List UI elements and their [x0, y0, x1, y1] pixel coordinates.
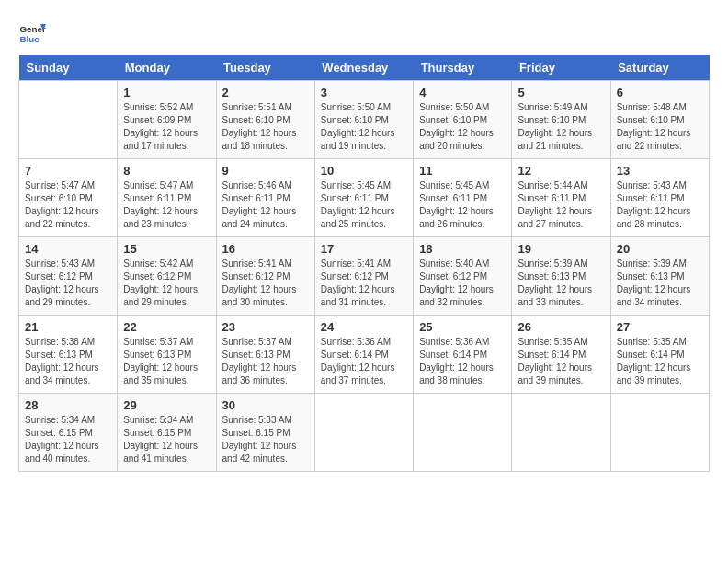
- calendar-cell: 7Sunrise: 5:47 AMSunset: 6:10 PMDaylight…: [19, 159, 118, 237]
- day-number: 28: [25, 398, 111, 412]
- day-info: Sunrise: 5:33 AMSunset: 6:15 PMDaylight:…: [222, 414, 309, 465]
- calendar-cell: 1Sunrise: 5:52 AMSunset: 6:09 PMDaylight…: [118, 81, 216, 159]
- day-number: 26: [518, 320, 604, 334]
- calendar-cell: [314, 394, 413, 472]
- day-info: Sunrise: 5:43 AMSunset: 6:12 PMDaylight:…: [25, 258, 111, 309]
- day-number: 23: [222, 320, 309, 334]
- calendar-cell: 3Sunrise: 5:50 AMSunset: 6:10 PMDaylight…: [314, 81, 413, 159]
- week-row-2: 7Sunrise: 5:47 AMSunset: 6:10 PMDaylight…: [19, 159, 710, 237]
- calendar-cell: [512, 394, 610, 472]
- day-number: 19: [518, 242, 604, 256]
- calendar-cell: 21Sunrise: 5:38 AMSunset: 6:13 PMDayligh…: [19, 316, 118, 394]
- day-info: Sunrise: 5:34 AMSunset: 6:15 PMDaylight:…: [25, 414, 111, 465]
- logo-icon: General Blue: [18, 18, 46, 46]
- day-info: Sunrise: 5:45 AMSunset: 6:11 PMDaylight:…: [419, 179, 506, 231]
- weekday-header-row: SundayMondayTuesdayWednesdayThursdayFrid…: [19, 55, 710, 81]
- calendar-cell: 4Sunrise: 5:50 AMSunset: 6:10 PMDaylight…: [414, 81, 512, 159]
- day-number: 10: [321, 164, 407, 178]
- day-info: Sunrise: 5:41 AMSunset: 6:12 PMDaylight:…: [222, 258, 309, 309]
- week-row-1: 1Sunrise: 5:52 AMSunset: 6:09 PMDaylight…: [19, 81, 710, 159]
- weekday-header-thursday: Thursday: [414, 55, 512, 81]
- day-number: 21: [25, 320, 111, 334]
- day-info: Sunrise: 5:39 AMSunset: 6:13 PMDaylight:…: [617, 258, 703, 309]
- calendar-cell: 29Sunrise: 5:34 AMSunset: 6:15 PMDayligh…: [118, 394, 216, 472]
- week-row-3: 14Sunrise: 5:43 AMSunset: 6:12 PMDayligh…: [19, 237, 710, 316]
- calendar-cell: 10Sunrise: 5:45 AMSunset: 6:11 PMDayligh…: [314, 159, 413, 237]
- svg-text:Blue: Blue: [20, 34, 40, 44]
- calendar-cell: 18Sunrise: 5:40 AMSunset: 6:12 PMDayligh…: [414, 237, 512, 316]
- day-number: 13: [617, 164, 703, 178]
- day-info: Sunrise: 5:35 AMSunset: 6:14 PMDaylight:…: [617, 336, 703, 387]
- weekday-header-saturday: Saturday: [610, 55, 709, 81]
- calendar-cell: 16Sunrise: 5:41 AMSunset: 6:12 PMDayligh…: [216, 237, 314, 316]
- day-info: Sunrise: 5:37 AMSunset: 6:13 PMDaylight:…: [123, 336, 210, 387]
- calendar-cell: 15Sunrise: 5:42 AMSunset: 6:12 PMDayligh…: [118, 237, 216, 316]
- calendar-cell: 8Sunrise: 5:47 AMSunset: 6:11 PMDaylight…: [118, 159, 216, 237]
- day-info: Sunrise: 5:34 AMSunset: 6:15 PMDaylight:…: [123, 414, 210, 465]
- calendar-cell: 30Sunrise: 5:33 AMSunset: 6:15 PMDayligh…: [216, 394, 314, 472]
- calendar-cell: 6Sunrise: 5:48 AMSunset: 6:10 PMDaylight…: [610, 81, 709, 159]
- weekday-header-friday: Friday: [512, 55, 610, 81]
- day-number: 4: [419, 86, 506, 99]
- day-number: 24: [321, 320, 407, 334]
- day-number: 1: [123, 86, 210, 99]
- calendar-cell: 14Sunrise: 5:43 AMSunset: 6:12 PMDayligh…: [19, 237, 118, 316]
- day-info: Sunrise: 5:41 AMSunset: 6:12 PMDaylight:…: [321, 258, 407, 309]
- day-number: 25: [419, 320, 506, 334]
- day-number: 16: [222, 242, 309, 256]
- calendar-cell: 12Sunrise: 5:44 AMSunset: 6:11 PMDayligh…: [512, 159, 610, 237]
- calendar-cell: 19Sunrise: 5:39 AMSunset: 6:13 PMDayligh…: [512, 237, 610, 316]
- day-number: 6: [617, 86, 703, 99]
- calendar-cell: 2Sunrise: 5:51 AMSunset: 6:10 PMDaylight…: [216, 81, 314, 159]
- calendar-cell: 5Sunrise: 5:49 AMSunset: 6:10 PMDaylight…: [512, 81, 610, 159]
- day-info: Sunrise: 5:36 AMSunset: 6:14 PMDaylight:…: [321, 336, 407, 387]
- calendar-cell: 22Sunrise: 5:37 AMSunset: 6:13 PMDayligh…: [118, 316, 216, 394]
- day-info: Sunrise: 5:50 AMSunset: 6:10 PMDaylight:…: [419, 101, 506, 153]
- day-number: 27: [617, 320, 703, 334]
- calendar-cell: 26Sunrise: 5:35 AMSunset: 6:14 PMDayligh…: [512, 316, 610, 394]
- calendar-cell: 17Sunrise: 5:41 AMSunset: 6:12 PMDayligh…: [314, 237, 413, 316]
- day-number: 18: [419, 242, 506, 256]
- day-info: Sunrise: 5:46 AMSunset: 6:11 PMDaylight:…: [222, 179, 309, 231]
- day-number: 3: [321, 86, 407, 99]
- weekday-header-wednesday: Wednesday: [314, 55, 413, 81]
- day-info: Sunrise: 5:48 AMSunset: 6:10 PMDaylight:…: [617, 101, 703, 153]
- calendar-cell: [414, 394, 512, 472]
- calendar-cell: 11Sunrise: 5:45 AMSunset: 6:11 PMDayligh…: [414, 159, 512, 237]
- calendar-cell: [610, 394, 709, 472]
- day-info: Sunrise: 5:40 AMSunset: 6:12 PMDaylight:…: [419, 258, 506, 309]
- day-number: 5: [518, 86, 604, 99]
- calendar-cell: [19, 81, 118, 159]
- day-info: Sunrise: 5:47 AMSunset: 6:10 PMDaylight:…: [25, 179, 111, 231]
- day-info: Sunrise: 5:39 AMSunset: 6:13 PMDaylight:…: [518, 258, 604, 309]
- day-info: Sunrise: 5:35 AMSunset: 6:14 PMDaylight:…: [518, 336, 604, 387]
- day-info: Sunrise: 5:51 AMSunset: 6:10 PMDaylight:…: [222, 101, 309, 153]
- day-info: Sunrise: 5:37 AMSunset: 6:13 PMDaylight:…: [222, 336, 309, 387]
- calendar-cell: 9Sunrise: 5:46 AMSunset: 6:11 PMDaylight…: [216, 159, 314, 237]
- weekday-header-sunday: Sunday: [19, 55, 118, 81]
- day-number: 22: [123, 320, 210, 334]
- week-row-4: 21Sunrise: 5:38 AMSunset: 6:13 PMDayligh…: [19, 316, 710, 394]
- day-info: Sunrise: 5:42 AMSunset: 6:12 PMDaylight:…: [123, 258, 210, 309]
- day-number: 7: [25, 164, 111, 178]
- day-number: 29: [123, 398, 210, 412]
- day-number: 17: [321, 242, 407, 256]
- calendar-cell: 24Sunrise: 5:36 AMSunset: 6:14 PMDayligh…: [314, 316, 413, 394]
- day-number: 30: [222, 398, 309, 412]
- calendar-cell: 28Sunrise: 5:34 AMSunset: 6:15 PMDayligh…: [19, 394, 118, 472]
- calendar-table: SundayMondayTuesdayWednesdayThursdayFrid…: [18, 55, 710, 472]
- day-number: 8: [123, 164, 210, 178]
- calendar-cell: 20Sunrise: 5:39 AMSunset: 6:13 PMDayligh…: [610, 237, 709, 316]
- header: General Blue: [18, 18, 710, 46]
- day-number: 2: [222, 86, 309, 99]
- day-number: 20: [617, 242, 703, 256]
- day-info: Sunrise: 5:38 AMSunset: 6:13 PMDaylight:…: [25, 336, 111, 387]
- weekday-header-monday: Monday: [118, 55, 216, 81]
- logo: General Blue: [18, 18, 46, 46]
- day-info: Sunrise: 5:50 AMSunset: 6:10 PMDaylight:…: [321, 101, 407, 153]
- day-info: Sunrise: 5:47 AMSunset: 6:11 PMDaylight:…: [123, 179, 210, 231]
- day-info: Sunrise: 5:36 AMSunset: 6:14 PMDaylight:…: [419, 336, 506, 387]
- day-info: Sunrise: 5:45 AMSunset: 6:11 PMDaylight:…: [321, 179, 407, 231]
- day-number: 15: [123, 242, 210, 256]
- day-number: 12: [518, 164, 604, 178]
